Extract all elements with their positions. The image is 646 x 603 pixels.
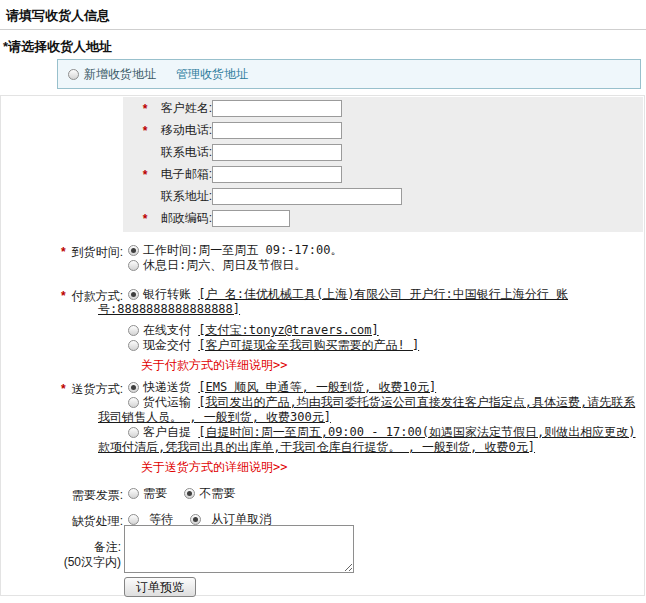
cash-payment-link[interactable]: [客户可提现金至我司购买需要的产品! ]: [198, 338, 419, 352]
new-address-radio[interactable]: [68, 69, 79, 80]
backorder-label: 缺货处理:: [1, 513, 123, 530]
shipping-details-link[interactable]: 关于送货方式的详细说明>>: [141, 460, 287, 475]
invoice-option-no-need: 不需要: [184, 486, 235, 500]
shipping-option-freight: 货代运输 [我司发出的产品,均由我司委托货运公司直接发往客户指定点,具体运费,请…: [98, 395, 642, 425]
field-label: 邮政编码:: [152, 210, 212, 227]
backorder-cancel-radio[interactable]: [190, 514, 201, 525]
online-payment-radio[interactable]: [128, 325, 139, 336]
field-label: 客户姓名:: [152, 100, 212, 117]
form-row-mobile-phone: * 移动电话:: [123, 122, 643, 139]
form-row-customer-name: * 客户姓名:: [123, 100, 643, 117]
payment-option-online: 在线支付 [支付宝:tonyz@travers.com]: [128, 323, 642, 338]
backorder-wait-radio[interactable]: [128, 514, 139, 525]
invoice-no-need-radio[interactable]: [184, 488, 195, 499]
invoice-option-need: 需要: [128, 486, 167, 500]
required-mark: *: [138, 212, 152, 226]
postal-code-input[interactable]: [212, 210, 290, 227]
remark-label: 备注: (50汉字内): [1, 540, 121, 570]
new-address-label: 新增收货地址: [84, 66, 156, 83]
arrival-time-row: *到货时间: 工作时间:周一至周五 09:-17:00。 休息日:周六、周日及节…: [1, 243, 642, 273]
alipay-link[interactable]: [支付宝:tonyz@travers.com]: [198, 323, 379, 337]
field-label: 联系地址:: [152, 188, 212, 205]
required-mark: *: [61, 245, 66, 259]
express-shipping-radio[interactable]: [128, 382, 139, 393]
arrival-restday-radio[interactable]: [128, 260, 139, 271]
remark-textarea[interactable]: [124, 525, 354, 573]
field-label: 移动电话:: [152, 122, 212, 139]
mobile-phone-input[interactable]: [212, 122, 342, 139]
address-selector-box: 新增收货地址 管理收货地址: [57, 59, 641, 89]
required-mark: *: [138, 124, 152, 138]
shipping-method-label: *送货方式:: [1, 381, 123, 398]
arrival-worktime-radio[interactable]: [128, 245, 139, 256]
freight-shipping-radio[interactable]: [128, 397, 139, 408]
payment-details-link[interactable]: 关于付款方式的详细说明>>: [141, 358, 287, 373]
required-mark: *: [138, 102, 152, 116]
section-title: *请选择收货人地址: [3, 38, 112, 56]
required-mark: *: [61, 382, 66, 396]
shipping-option-pickup: 客户自提 [自提时间:周一至周五,09:00 - 17:00(如遇国家法定节假日…: [98, 425, 642, 455]
customer-name-input[interactable]: [212, 100, 342, 117]
form-row-contact-phone: 联系电话:: [123, 144, 643, 161]
required-mark: *: [61, 289, 66, 303]
contact-address-input[interactable]: [212, 188, 402, 205]
payment-option-cash: 现金交付 [客户可提现金至我司购买需要的产品! ]: [128, 338, 642, 353]
invoice-row: 需要发票: 需要 不需要: [1, 486, 642, 501]
order-preview-button[interactable]: 订单预览: [124, 577, 196, 597]
cash-payment-radio[interactable]: [128, 340, 139, 351]
form-row-postal-code: * 邮政编码:: [123, 210, 643, 227]
shipping-method-row: *送货方式: 快递送货 [EMS 顺风 申通等, 一般到货, 收费10元] 货代…: [1, 380, 642, 475]
contact-form-box: * 客户姓名: * 移动电话: 联系电话: * 电子邮箱: 联系地址: * 邮政…: [123, 97, 643, 232]
form-row-email: * 电子邮箱:: [123, 166, 643, 183]
required-mark: *: [138, 168, 152, 182]
shipping-option-express: 快递送货 [EMS 顺风 申通等, 一般到货, 收费10元]: [128, 380, 642, 395]
form-panel: * 客户姓名: * 移动电话: 联系电话: * 电子邮箱: 联系地址: * 邮政…: [0, 95, 645, 596]
field-label: 联系电话:: [152, 144, 212, 161]
backorder-option-wait: 等待: [128, 512, 173, 526]
field-label: 电子邮箱:: [152, 166, 212, 183]
bank-transfer-radio[interactable]: [128, 289, 139, 300]
arrival-option-restday: 休息日:周六、周日及节假日。: [128, 258, 642, 273]
payment-method-label: *付款方式:: [1, 288, 123, 305]
form-row-contact-address: 联系地址:: [123, 188, 643, 205]
arrival-time-label: *到货时间:: [1, 244, 123, 261]
invoice-label: 需要发票:: [1, 487, 123, 504]
contact-phone-input[interactable]: [212, 144, 342, 161]
payment-option-bank-transfer: 银行转账 [户 名:佳优机械工具(上海)有限公司 开户行:中国银行上海分行 账号…: [98, 287, 642, 317]
invoice-need-radio[interactable]: [128, 488, 139, 499]
express-shipping-link[interactable]: [EMS 顺风 申通等, 一般到货, 收费10元]: [198, 380, 436, 394]
arrival-option-worktime: 工作时间:周一至周五 09:-17:00。: [128, 243, 642, 258]
backorder-option-cancel: 从订单取消: [190, 512, 271, 526]
page-title: 请填写收货人信息: [6, 7, 110, 25]
title-divider: [0, 29, 646, 30]
payment-method-row: *付款方式: 银行转账 [户 名:佳优机械工具(上海)有限公司 开户行:中国银行…: [1, 287, 642, 373]
self-pickup-radio[interactable]: [128, 427, 139, 438]
email-input[interactable]: [212, 166, 342, 183]
remark-hint: (50汉字内): [64, 555, 121, 569]
manage-address-link[interactable]: 管理收货地址: [176, 66, 248, 83]
